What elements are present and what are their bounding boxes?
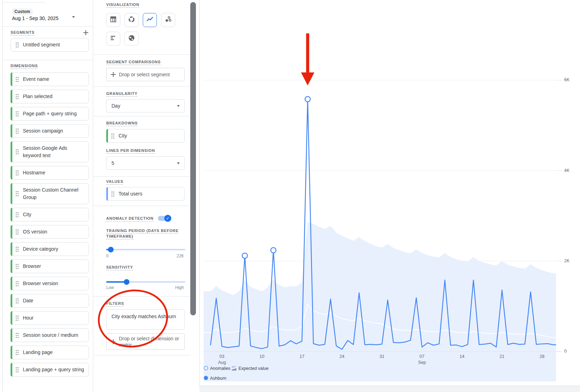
drag-handle-icon <box>15 111 19 117</box>
breakdown-chip[interactable]: City <box>106 129 185 143</box>
dimension-chip[interactable]: Date <box>11 294 89 308</box>
page-background <box>199 386 580 392</box>
dimension-chip[interactable]: Session campaign <box>11 124 89 138</box>
chip-color-bar <box>11 328 12 342</box>
x-axis-label: 03 <box>219 354 224 359</box>
chip-color-bar <box>11 242 12 256</box>
x-axis-label: 28 <box>540 354 544 359</box>
chip-label: Browser version <box>23 281 58 286</box>
anomaly-detection-title: ANOMALY DETECTION <box>106 216 154 221</box>
sensitivity-slider-thumb[interactable] <box>124 279 129 285</box>
value-chip[interactable]: Total users <box>106 187 185 201</box>
dimension-chip[interactable]: Session Google Ads keyword text <box>11 141 89 162</box>
dimension-chip[interactable]: Browser <box>11 259 89 273</box>
chip-label: Date <box>23 298 33 303</box>
ga4-exploration-page: Custom Aug 1 - Sep 30, 2025 SEGMENTS Unt… <box>0 0 580 392</box>
chip-label: Hour <box>23 315 33 321</box>
dimension-chip[interactable]: Browser version <box>11 277 89 290</box>
geo-map-button[interactable] <box>125 32 139 46</box>
dimension-chip[interactable]: City <box>11 208 89 221</box>
breakdowns-title: BREAKDOWNS <box>106 121 138 126</box>
drag-handle-icon <box>15 128 19 134</box>
sensitivity-high: High <box>175 285 184 290</box>
table-chart-button[interactable] <box>106 13 120 27</box>
chip-color-bar <box>11 72 12 86</box>
red-arrow-annotation <box>306 33 309 73</box>
chip-label: Device category <box>23 246 58 252</box>
dimensions-title: DIMENSIONS <box>11 63 38 69</box>
dimension-chip[interactable]: Hostname <box>11 166 89 180</box>
lines-per-dimension-value: 5 <box>111 160 114 166</box>
segment-comparisons-dropzone[interactable]: Drop or select segment <box>106 68 185 81</box>
line-chart-button[interactable] <box>143 13 157 27</box>
date-range-badge: Custom <box>12 8 33 15</box>
granularity-title: GRANULARITY <box>106 91 138 96</box>
drag-handle-icon <box>15 246 19 252</box>
x-axis-label: 21 <box>499 354 504 359</box>
divider <box>93 206 190 206</box>
chip-label: Browser <box>23 263 41 269</box>
settings-scrollbar[interactable] <box>190 2 196 315</box>
training-period-min: 0 <box>106 253 109 258</box>
chip-color-bar <box>106 187 108 201</box>
bar-chart-button[interactable] <box>106 32 120 46</box>
bar-chart-icon <box>109 34 117 43</box>
values-title: VALUES <box>106 179 123 184</box>
drag-handle-icon <box>111 191 115 197</box>
chip-label: City <box>23 212 31 217</box>
donut-chart-button[interactable] <box>125 13 139 27</box>
dimension-chip[interactable]: OS version <box>11 225 89 239</box>
chip-label: Session Custom Channel Group <box>23 187 78 200</box>
visualization-title: VISUALIZATION <box>106 2 139 7</box>
anomalies-legend-label: Anomalies <box>210 366 230 371</box>
drag-handle-icon <box>15 94 19 99</box>
chip-color-bar <box>11 363 12 377</box>
chip-color-bar <box>11 141 12 162</box>
dimension-chip[interactable]: Plan selected <box>11 90 89 103</box>
dimension-chip[interactable]: Landing page <box>11 346 89 359</box>
dimension-chip[interactable]: Page path + query string <box>11 107 89 121</box>
scatter-chart-button[interactable] <box>161 13 175 27</box>
anomaly-marker <box>271 248 276 253</box>
dimension-chip[interactable]: Landing page + query string <box>11 363 89 377</box>
geo-map-icon <box>128 34 135 43</box>
expected-value-legend-label: Expected value <box>238 366 269 371</box>
drag-handle-icon <box>15 350 19 355</box>
segment-chip[interactable]: Untitled segment <box>11 38 89 52</box>
sensitivity-title: SENSITIVITY <box>106 265 133 270</box>
plus-icon <box>111 339 116 344</box>
chip-color-bar <box>11 166 12 180</box>
training-period-slider-thumb[interactable] <box>108 247 114 252</box>
table-chart-icon <box>109 15 117 25</box>
active-filter-chip[interactable]: City exactly matches Ashburn <box>106 309 185 330</box>
training-period-max: 226 <box>177 253 184 258</box>
dimension-chip[interactable]: Hour <box>11 311 89 325</box>
lines-per-dimension-select[interactable]: 5 <box>106 156 185 170</box>
line-chart-icon <box>146 15 154 25</box>
chip-label: Session campaign <box>23 128 63 134</box>
anomaly-marker <box>305 97 310 102</box>
date-range-value[interactable]: Aug 1 - Sep 30, 2025 <box>12 15 58 21</box>
y-axis-label: 2K <box>564 258 570 263</box>
divider <box>93 296 190 297</box>
dimension-chip[interactable]: Event name <box>11 72 89 86</box>
chevron-down-icon <box>177 162 180 164</box>
drag-handle-icon <box>15 333 19 338</box>
dimension-chip[interactable]: Session Custom Channel Group <box>11 183 89 204</box>
granularity-select[interactable]: Day <box>106 99 185 113</box>
drag-handle-icon <box>15 170 19 176</box>
add-segment-button[interactable] <box>83 30 88 35</box>
chip-color-bar <box>11 183 12 204</box>
lines-per-dimension-title: LINES PER DIMENSION <box>106 148 155 153</box>
chip-label: Page path + query string <box>23 111 77 116</box>
filter-dropzone[interactable]: Drop or select dimension or metric <box>106 333 185 350</box>
anomaly-detection-toggle[interactable] <box>158 215 172 222</box>
chip-label: Event name <box>23 76 49 82</box>
filter-text: City exactly matches Ashburn <box>111 314 176 319</box>
chip-color-bar <box>11 294 12 308</box>
drag-handle-icon <box>111 133 115 139</box>
dimension-chip[interactable]: Session source / medium <box>11 328 89 342</box>
dimension-chip[interactable]: Device category <box>11 242 89 256</box>
timeseries-chart: 02K4K6K03Aug1017243107Sep142128Anomalies… <box>200 0 580 386</box>
drag-handle-icon <box>15 77 19 82</box>
